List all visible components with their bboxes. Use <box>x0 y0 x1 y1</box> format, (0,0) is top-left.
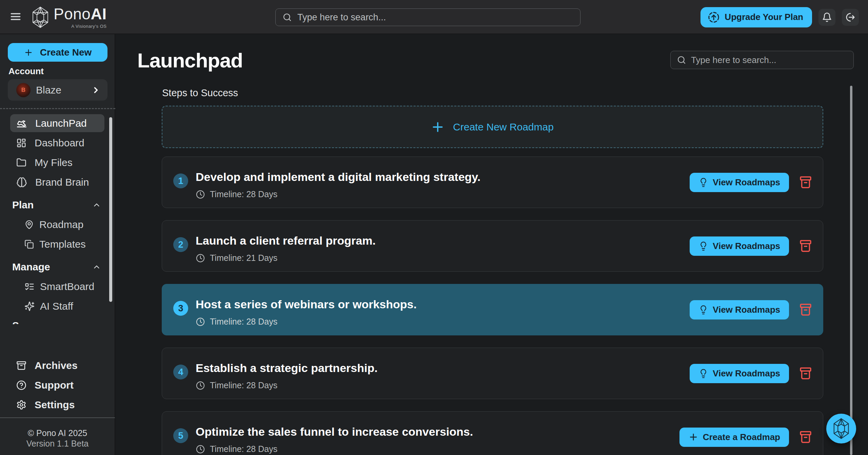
chevron-up-icon <box>92 201 101 209</box>
sidebar-item-roadmap[interactable]: Roadmap <box>10 215 104 233</box>
logout-icon <box>845 12 855 22</box>
step-number-badge: 5 <box>173 428 188 443</box>
account-selector[interactable]: B Blaze <box>8 79 107 101</box>
archive-step-button[interactable] <box>798 301 813 318</box>
archive-step-button[interactable] <box>798 237 813 254</box>
menu-icon[interactable] <box>9 11 22 23</box>
clock-icon <box>196 190 205 199</box>
create-new-roadmap-card[interactable]: Create New Roadmap <box>162 106 823 148</box>
sidebar-scrollbar[interactable] <box>109 117 112 302</box>
sidebar-divider <box>0 108 115 109</box>
archive-red-icon <box>798 238 813 254</box>
chevron-up-icon <box>92 263 101 271</box>
sidebar-item-settings[interactable]: Settings <box>10 396 104 414</box>
topbar-search[interactable] <box>275 8 580 26</box>
bulb-icon <box>698 241 708 251</box>
main-scrollbar[interactable] <box>850 86 852 455</box>
sidebar-section-plan[interactable]: Plan <box>10 196 104 214</box>
step-title: Optimize the sales funnel to increase co… <box>196 425 473 438</box>
step-number-badge: 3 <box>173 301 188 316</box>
archive-red-icon <box>798 174 813 190</box>
step-card-1[interactable]: 1 Develop and implement a digital market… <box>162 157 823 208</box>
step-number-badge: 2 <box>173 237 188 252</box>
view-roadmaps-button[interactable]: View Roadmaps <box>690 364 789 383</box>
bulb-icon <box>698 305 708 315</box>
account-label: Account <box>8 66 44 77</box>
plus-dark-icon <box>688 432 698 442</box>
topbar: PonoAI A Visionary's OS Upgrade Your Pla… <box>0 0 868 34</box>
settings-icon <box>16 400 26 410</box>
sidebar-item-my-files[interactable]: My Files <box>10 153 104 171</box>
topbar-search-input[interactable] <box>297 12 573 23</box>
launchpad-icon <box>16 118 27 129</box>
archive-red-icon <box>798 302 813 317</box>
brand-tagline: A Visionary's OS <box>54 24 106 29</box>
brand-logo-icon <box>832 418 850 439</box>
archive-step-button[interactable] <box>798 365 813 382</box>
dashboard-icon <box>16 138 26 148</box>
step-number-badge: 1 <box>173 173 188 188</box>
version: Version 1.1 Beta <box>0 439 115 449</box>
sidebar-section-manage[interactable]: Manage <box>10 258 104 276</box>
view-roadmaps-button[interactable]: View Roadmaps <box>690 173 789 192</box>
step-timeline: Timeline: 21 Days <box>196 253 376 263</box>
clock-icon <box>196 444 205 454</box>
sidebar-item-smartboard[interactable]: SmartBoard <box>10 277 104 295</box>
step-card-5[interactable]: 5 Optimize the sales funnel to increase … <box>162 411 823 455</box>
hamburger-icon <box>9 11 22 22</box>
clock-icon <box>196 253 205 263</box>
step-timeline: Timeline: 28 Days <box>196 380 378 390</box>
sidebar-item-support[interactable]: Support <box>10 376 104 394</box>
sidebar-item-archives[interactable]: Archives <box>10 356 104 374</box>
main-search[interactable] <box>670 51 854 69</box>
sidebar-section-clipped: S <box>10 320 104 324</box>
archive-step-button[interactable] <box>798 174 813 191</box>
archive-step-button[interactable] <box>798 429 813 446</box>
view-roadmaps-button[interactable]: View Roadmaps <box>690 300 789 319</box>
sidebar-item-ai-staff[interactable]: AI Staff <box>10 297 104 315</box>
main-search-input[interactable] <box>691 55 847 65</box>
upgrade-plan-button[interactable]: Upgrade Your Plan <box>701 7 812 27</box>
create-new-button[interactable]: Create New <box>8 43 107 62</box>
sidebar-item-launchpad[interactable]: LaunchPad <box>10 114 104 132</box>
sidebar: Create New Account B Blaze LaunchPadDash… <box>0 34 115 455</box>
archive-red-icon <box>798 366 813 381</box>
create-roadmap-button[interactable]: Create a Roadmap <box>679 428 789 447</box>
clock-icon <box>196 317 205 327</box>
map-pin-icon <box>24 220 34 229</box>
search-icon <box>677 55 686 65</box>
sidebar-nav: LaunchPadDashboardMy FilesBrand BrainPla… <box>10 114 104 324</box>
assistant-fab[interactable] <box>826 414 856 443</box>
logout-button[interactable] <box>842 9 859 26</box>
templates-icon <box>24 240 34 249</box>
sidebar-item-templates[interactable]: Templates <box>10 235 104 253</box>
step-card-3[interactable]: 3 Host a series of webinars or workshops… <box>162 284 823 335</box>
steps-list: 1 Develop and implement a digital market… <box>162 157 823 455</box>
view-roadmaps-button[interactable]: View Roadmaps <box>690 236 789 256</box>
brand: PonoAI A Visionary's OS <box>31 5 106 29</box>
step-title: Launch a client referral program. <box>196 234 376 247</box>
notifications-button[interactable] <box>818 9 835 26</box>
brand-name: PonoAI <box>54 5 106 23</box>
help-icon <box>16 380 26 390</box>
plus-icon <box>431 121 444 133</box>
step-title: Develop and implement a digital marketin… <box>196 170 480 183</box>
account-name: Blaze <box>36 84 86 96</box>
step-card-4[interactable]: 4 Establish a strategic partnership. Tim… <box>162 348 823 399</box>
avatar: B <box>16 83 31 97</box>
steps-section-title: Steps to Success <box>162 87 238 99</box>
sidebar-item-dashboard[interactable]: Dashboard <box>10 134 104 152</box>
copyright: © Pono AI 2025 <box>0 428 115 438</box>
step-timeline: Timeline: 28 Days <box>196 444 473 454</box>
step-title: Host a series of webinars or workshops. <box>196 298 417 311</box>
step-number-badge: 4 <box>173 365 188 379</box>
brain-icon <box>16 177 27 188</box>
page-title: Launchpad <box>137 49 243 72</box>
sidebar-footer-nav: ArchivesSupportSettings <box>10 356 104 415</box>
plus-icon <box>24 48 33 57</box>
chevron-right-icon <box>91 85 101 95</box>
upgrade-icon <box>707 11 720 24</box>
step-card-2[interactable]: 2 Launch a client referral program. Time… <box>162 220 823 272</box>
step-timeline: Timeline: 28 Days <box>196 189 480 199</box>
sidebar-item-brand-brain[interactable]: Brand Brain <box>10 173 104 191</box>
